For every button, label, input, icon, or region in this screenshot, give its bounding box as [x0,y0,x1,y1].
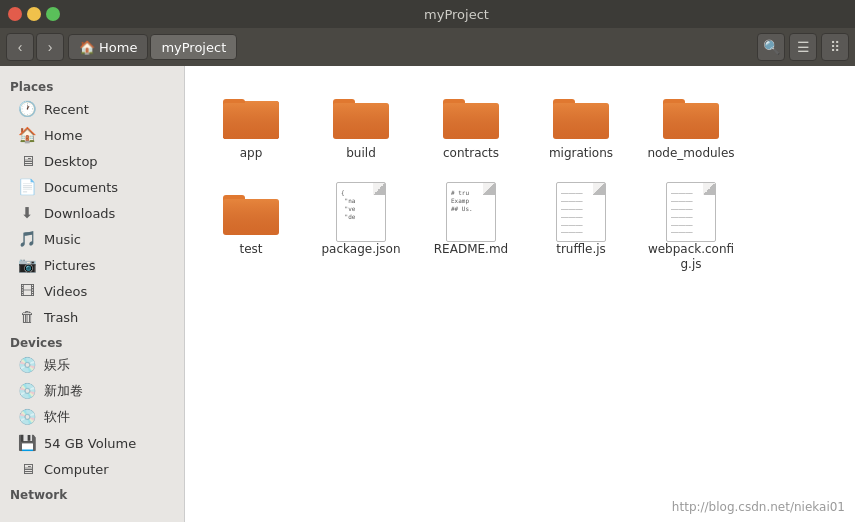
sidebar-item-ruanjian[interactable]: 💿 软件 [0,404,184,430]
sidebar-item-trash[interactable]: 🗑 Trash [0,304,184,330]
sidebar-item-desktop[interactable]: 🖥 Desktop [0,148,184,174]
sidebar-item-pictures[interactable]: 📷 Pictures [0,252,184,278]
computer-label: Computer [44,462,174,477]
ruanjian-icon: 💿 [18,408,36,426]
file-item-migrations[interactable]: migrations [531,82,631,168]
breadcrumb: 🏠 Home myProject [68,34,753,60]
close-button[interactable] [8,7,22,21]
forward-button[interactable]: › [36,33,64,61]
minimize-button[interactable] [27,7,41,21]
home-nav-icon: 🏠 [18,126,36,144]
sidebar-item-recent[interactable]: 🕐 Recent [0,96,184,122]
toolbar: ‹ › 🏠 Home myProject 🔍 ☰ ⠿ [0,28,855,66]
navigation-buttons: ‹ › [6,33,64,61]
documents-label: Documents [44,180,174,195]
folder-icon-migrations [551,90,611,142]
file-grid: app [201,82,839,279]
sidebar-item-documents[interactable]: 📄 Documents [0,174,184,200]
window-title: myProject [66,7,847,22]
documents-icon: 📄 [18,178,36,196]
desktop-icon: 🖥 [18,152,36,170]
computer-icon: 🖥 [18,460,36,478]
ruanjian-label: 软件 [44,408,174,426]
file-label-contracts: contracts [443,146,499,160]
music-icon: 🎵 [18,230,36,248]
svg-rect-16 [663,103,719,139]
file-label-package-json: package.json [321,242,400,256]
home-label: Home [99,40,137,55]
home-icon: 🏠 [79,40,95,55]
file-label-readme: README.md [434,242,508,256]
places-header: Places [0,74,184,96]
downloads-icon: ⬇ [18,204,36,222]
file-item-package-json[interactable]: { "na "ve "de package.json [311,178,411,279]
trash-icon: 🗑 [18,308,36,326]
file-item-node-modules[interactable]: node_modules [641,82,741,168]
svg-rect-4 [223,103,279,139]
search-button[interactable]: 🔍 [757,33,785,61]
file-item-truffle[interactable]: ———————————————————————————————————— tru… [531,178,631,279]
folder-icon-contracts [441,90,501,142]
sidebar-item-videos[interactable]: 🎞 Videos [0,278,184,304]
titlebar: myProject [0,0,855,28]
downloads-label: Downloads [44,206,174,221]
current-folder-breadcrumb[interactable]: myProject [150,34,237,60]
maximize-button[interactable] [46,7,60,21]
devices-header: Devices [0,330,184,352]
svg-rect-10 [443,103,499,139]
svg-rect-13 [553,103,609,139]
sidebar-item-xinjuan[interactable]: 💿 新加卷 [0,378,184,404]
sidebar-item-54gb[interactable]: 💾 54 GB Volume [0,430,184,456]
pictures-label: Pictures [44,258,174,273]
recent-icon: 🕐 [18,100,36,118]
toolbar-actions: 🔍 ☰ ⠿ [757,33,849,61]
file-icon-readme: # truExamp## Us. [441,186,501,238]
file-label-test: test [239,242,262,256]
file-label-build: build [346,146,376,160]
desktop-label: Desktop [44,154,174,169]
svg-rect-7 [333,103,389,139]
sidebar-item-downloads[interactable]: ⬇ Downloads [0,200,184,226]
file-area: app [185,66,855,522]
sidebar-item-music[interactable]: 🎵 Music [0,226,184,252]
md-file-visual: # truExamp## Us. [446,182,496,242]
file-item-contracts[interactable]: contracts [421,82,521,168]
file-item-test[interactable]: test [201,178,301,279]
videos-label: Videos [44,284,174,299]
volume-icon: 💾 [18,434,36,452]
file-item-readme[interactable]: # truExamp## Us. README.md [421,178,521,279]
file-item-build[interactable]: build [311,82,411,168]
menu-icon: ☰ [797,39,810,55]
videos-icon: 🎞 [18,282,36,300]
file-label-app: app [240,146,263,160]
volume-label: 54 GB Volume [44,436,174,451]
recent-label: Recent [44,102,174,117]
file-label-node-modules: node_modules [647,146,734,160]
sidebar: Places 🕐 Recent 🏠 Home 🖥 Desktop 📄 Docum… [0,66,185,522]
sidebar-item-home[interactable]: 🏠 Home [0,122,184,148]
xinjuan-icon: 💿 [18,382,36,400]
file-item-webpack[interactable]: ———————————————————————————————————— web… [641,178,741,279]
folder-icon-test [221,186,281,238]
file-icon-package-json: { "na "ve "de [331,186,391,238]
network-header: Network [0,482,184,504]
folder-icon-node-modules [661,90,721,142]
js-file-visual-truffle: ———————————————————————————————————— [556,182,606,242]
back-button[interactable]: ‹ [6,33,34,61]
view-menu-button[interactable]: ☰ [789,33,817,61]
home-breadcrumb[interactable]: 🏠 Home [68,34,148,60]
sidebar-item-yule[interactable]: 💿 娱乐 [0,352,184,378]
yule-icon: 💿 [18,356,36,374]
main-content: Places 🕐 Recent 🏠 Home 🖥 Desktop 📄 Docum… [0,66,855,522]
js-file-visual-webpack: ———————————————————————————————————— [666,182,716,242]
file-label-webpack: webpack.config.js [645,242,737,271]
folder-icon-build [331,90,391,142]
file-label-truffle: truffle.js [556,242,606,256]
home-nav-label: Home [44,128,174,143]
trash-label: Trash [44,310,174,325]
file-item-app[interactable]: app [201,82,301,168]
sidebar-item-computer[interactable]: 🖥 Computer [0,456,184,482]
json-file-visual: { "na "ve "de [336,182,386,242]
current-folder-label: myProject [161,40,226,55]
grid-view-button[interactable]: ⠿ [821,33,849,61]
